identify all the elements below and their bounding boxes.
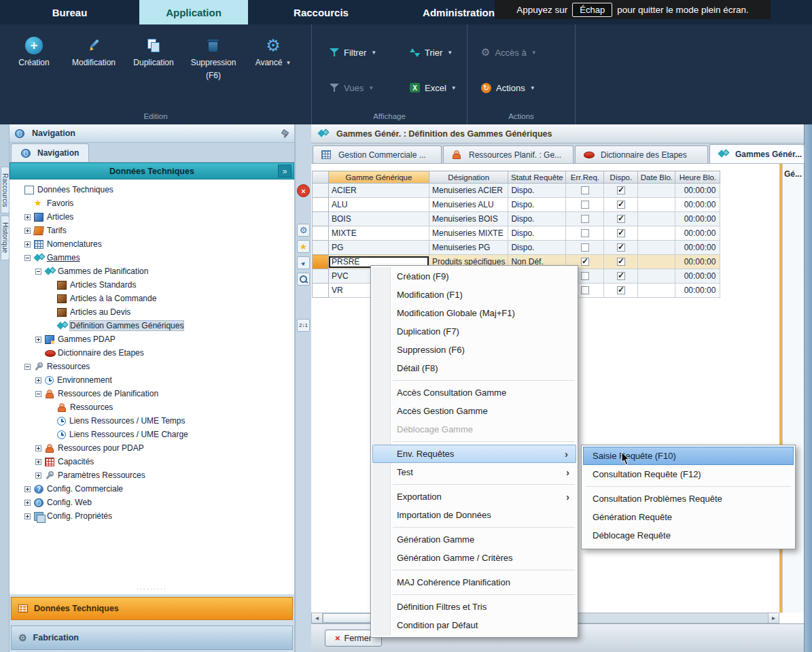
row-selector[interactable] (313, 226, 329, 241)
vertical-tab-historique[interactable]: Historique (1, 216, 10, 260)
duplication-button[interactable]: Duplication (124, 37, 183, 80)
group-bar-fabrication[interactable]: Fabrication (11, 625, 293, 650)
menu-item-exportation[interactable]: Exportation (371, 487, 578, 506)
menu-item-maj-coherence-planification[interactable]: MAJ Cohérence Planification (371, 573, 578, 591)
tree-item-definition-gammes-generiques[interactable]: Définition Gammes Génériques (10, 319, 294, 332)
tree-item-ressources-pdap[interactable]: Ressources pour PDAP (10, 441, 294, 455)
row-selector[interactable] (313, 255, 329, 269)
clear-filter-button[interactable] (297, 184, 310, 197)
tab-bureau[interactable]: Bureau (37, 0, 102, 24)
tree-item-tarifs[interactable]: Tarifs (10, 224, 294, 237)
dispo-checkbox[interactable] (617, 201, 625, 209)
tree-expander[interactable] (24, 214, 31, 220)
row-selector[interactable] (313, 212, 329, 226)
menu-item-deblocage-gamme[interactable]: Déblocage Gamme (371, 420, 578, 439)
tree-expander[interactable] (24, 500, 31, 506)
row-selector[interactable] (313, 284, 329, 298)
pointer-button[interactable] (297, 256, 310, 269)
actions-button[interactable]: Actions ▼ (481, 80, 535, 95)
collapse-panel-button[interactable]: » (278, 165, 292, 177)
tree-expander[interactable] (24, 241, 31, 247)
menu-item-suppression[interactable]: Suppression (F6) (371, 341, 578, 359)
excel-button[interactable]: Excel ▼ (410, 80, 467, 95)
tree-item-articles[interactable]: Articles (10, 210, 294, 224)
column-header-designation[interactable]: Désignation (429, 171, 508, 184)
menu-item-test[interactable]: Test (371, 463, 578, 481)
dispo-checkbox[interactable] (617, 258, 625, 266)
tree-item-gammes-pdap[interactable]: Gammes PDAP (10, 332, 294, 346)
scroll-left-icon[interactable]: ◄ (312, 613, 323, 623)
creation-button[interactable]: Création (4, 37, 64, 80)
menu-item-acces-gestion-gamme[interactable]: Accès Gestion Gamme (371, 402, 578, 420)
sort-button[interactable] (297, 319, 310, 332)
column-header-errreq[interactable]: Err.Req. (566, 171, 604, 184)
tree-expander[interactable] (35, 377, 41, 383)
settings-button[interactable] (297, 224, 310, 237)
tab-application[interactable]: Application (139, 0, 248, 24)
menu-item-generation-gamme[interactable]: Génération Gamme (371, 530, 578, 549)
scroll-right-icon[interactable]: ► (768, 613, 779, 623)
avance-button[interactable]: Avancé▼ (243, 37, 303, 80)
submenu-item-consultation-problemes-requete[interactable]: Consultation Problèmes Requête (582, 490, 795, 508)
tree-expander[interactable] (35, 445, 41, 451)
err-req-checkbox[interactable] (581, 243, 589, 252)
submenu-item-saisie-requete[interactable]: Saisie Requête (F10) (583, 447, 794, 465)
err-req-checkbox[interactable] (581, 201, 589, 209)
tree-item-ressources[interactable]: Ressources (10, 360, 294, 373)
menu-item-importation-donnees[interactable]: Importation de Données (371, 506, 578, 524)
row-selector[interactable] (313, 269, 329, 284)
tree-expander[interactable] (35, 459, 41, 465)
row-selector[interactable] (313, 184, 329, 198)
tab-gestion-commerciale[interactable]: Gestion Commerciale ... (313, 145, 442, 163)
tree-expander[interactable] (35, 391, 41, 397)
row-selector[interactable] (313, 198, 329, 212)
err-req-checkbox[interactable] (581, 286, 589, 294)
tree-item-liens-ume-charge[interactable]: Liens Ressources / UME Charge (10, 428, 294, 441)
tree-item-gammes-planification[interactable]: Gammes de Planification (10, 264, 294, 278)
dispo-checkbox[interactable] (617, 286, 625, 294)
column-header-dispo[interactable]: Dispo. (604, 171, 638, 184)
tree-item-parametres-ressources[interactable]: Paramètres Ressources (10, 468, 294, 482)
tree-item-articles-devis[interactable]: Articles au Devis (10, 305, 294, 319)
menu-item-modification[interactable]: Modification (F1) (371, 286, 578, 304)
menu-item-definition-filtres-tris[interactable]: Définition Filtres et Tris (371, 598, 578, 616)
column-header-heureblo[interactable]: Heure Blo. (675, 171, 720, 184)
menu-item-creation[interactable]: Création (F9) (371, 267, 578, 286)
menu-item-acces-consultation-gamme[interactable]: Accès Consultation Gamme (371, 383, 578, 402)
tree-item-ressources-leaf[interactable]: Ressources (10, 400, 294, 414)
err-req-checkbox[interactable] (581, 258, 589, 266)
tree-expander[interactable] (24, 364, 31, 370)
menu-item-generation-gamme-criteres[interactable]: Génération Gamme / Critères (371, 549, 578, 567)
tab-gammes-generiques[interactable]: Gammes Génér... (709, 144, 805, 163)
tree-item-articles-standards[interactable]: Articles Standards (10, 278, 294, 292)
vertical-tab-raccourcis[interactable]: Raccourcis (1, 167, 10, 213)
tree-item-config-proprietes[interactable]: Config. Propriétés (10, 509, 294, 523)
tree-item-capacites[interactable]: Capacités (10, 455, 294, 468)
tree-expander[interactable] (35, 269, 41, 275)
tree-item-favoris[interactable]: Favoris (10, 196, 294, 210)
dispo-checkbox[interactable] (617, 215, 625, 223)
dispo-checkbox[interactable] (617, 243, 625, 252)
tab-raccourcis[interactable]: Raccourcis (275, 0, 367, 24)
column-header-dateblo[interactable]: Date Blo. (638, 171, 675, 184)
err-req-checkbox[interactable] (581, 229, 589, 237)
vues-button[interactable]: Vues ▼ (330, 80, 410, 95)
tab-navigation[interactable]: Navigation (11, 143, 89, 162)
dispo-checkbox[interactable] (617, 272, 625, 280)
tree-item-articles-commande[interactable]: Articles à la Commande (10, 292, 294, 305)
err-req-checkbox[interactable] (581, 272, 589, 280)
dispo-checkbox[interactable] (617, 186, 625, 194)
submenu-item-generation-requete[interactable]: Génération Requête (582, 508, 795, 526)
submenu-item-deblocage-requete[interactable]: Déblocage Requête (582, 526, 795, 545)
err-req-checkbox[interactable] (581, 186, 589, 194)
tree-item-ressources-planification[interactable]: Ressources de Planification (10, 387, 294, 400)
tab-dictionnaire-etapes[interactable]: Dictionnaire des Etapes (575, 145, 708, 163)
search-button[interactable] (297, 273, 310, 286)
submenu-item-consultation-requete[interactable]: Consultation Requête (F12) (582, 465, 795, 483)
menu-item-condition-par-defaut[interactable]: Condition par Défaut (371, 616, 578, 634)
acces-a-button[interactable]: Accès à ▼ (481, 45, 537, 60)
tree-expander[interactable] (24, 513, 31, 519)
tree-expander[interactable] (24, 486, 31, 492)
tree-item-donnees-techniques[interactable]: Données Techniques (10, 183, 294, 196)
column-header-statut[interactable]: Statut Requête (508, 171, 566, 184)
